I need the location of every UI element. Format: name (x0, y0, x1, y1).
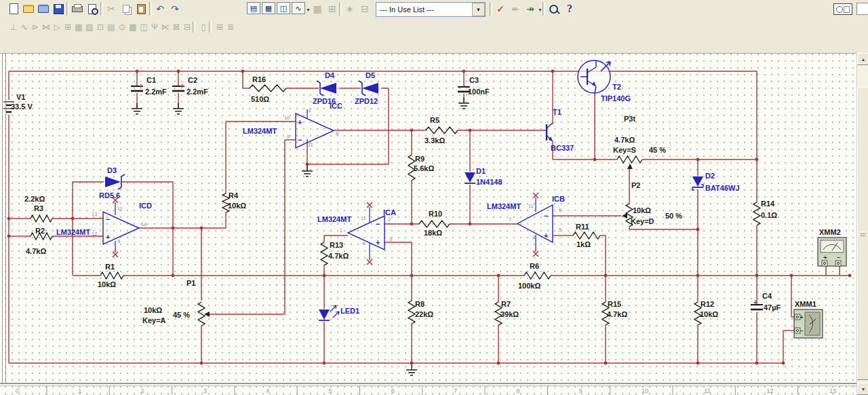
label-XMM1[interactable]: XMM1 (795, 300, 816, 308)
label-R1[interactable]: R1 (105, 263, 115, 271)
label-50[interactable]: 50 % (665, 212, 682, 220)
label-KeyD[interactable]: Key=D (631, 217, 654, 225)
label-TIP140G[interactable]: TIP140G (601, 94, 631, 102)
label-T1[interactable]: T1 (553, 108, 561, 116)
label-sign[interactable]: − (106, 215, 110, 223)
toggle-border-button-icon[interactable]: ◫ (277, 2, 290, 14)
label-R10[interactable]: R10 (429, 210, 442, 218)
label-3[interactable]: 3 (389, 236, 392, 242)
label-R2[interactable]: R2 (35, 227, 45, 235)
hierarchy-button-icon[interactable]: ⊞ (214, 22, 225, 33)
label-sign[interactable]: + (544, 231, 548, 240)
open-button-icon[interactable] (22, 2, 35, 16)
label-KeyA[interactable]: Key=A (142, 316, 166, 324)
label-LED1[interactable]: LED1 (340, 307, 359, 315)
label-47F[interactable]: 47µF (764, 303, 781, 312)
label-22mF[interactable]: 2.2mF (186, 88, 208, 96)
label-22k[interactable]: 2.2kΩ (24, 195, 45, 203)
instrument-blank-button-icon[interactable] (856, 2, 868, 16)
spreadsheet-view-button-icon[interactable]: ▦ (311, 2, 324, 16)
label-11[interactable]: 11 (308, 142, 313, 148)
label-ZPD12[interactable]: ZPD12 (355, 97, 378, 105)
label-LM324MT[interactable]: LM324MT (487, 202, 521, 210)
label-LM324MT[interactable]: LM324MT (56, 228, 90, 236)
label-47k[interactable]: 4.7kΩ (26, 247, 46, 255)
help-button-icon[interactable]: ? (563, 2, 576, 16)
label-D4[interactable]: D4 (325, 71, 335, 79)
label-6[interactable]: 6 (559, 207, 561, 213)
label-12[interactable]: 12 (92, 231, 97, 237)
grapher-button-icon[interactable]: ∿ (292, 2, 305, 14)
diode-components-button-icon[interactable]: ⊳ (30, 22, 41, 33)
toggle-grid-button-icon[interactable]: ▦ (262, 2, 275, 14)
label-sign[interactable]: + (139, 82, 143, 90)
label-RD56[interactable]: RD5.6 (99, 191, 120, 200)
mcu-button-icon[interactable]: ▯ (198, 22, 209, 33)
electromechanical-components-button-icon[interactable]: ⋉ (160, 22, 171, 33)
label-C3[interactable]: C3 (469, 76, 479, 84)
label-R3[interactable]: R3 (34, 204, 43, 212)
save-button-icon[interactable] (52, 2, 65, 16)
cmos-components-button-icon[interactable]: ▦ (73, 22, 84, 33)
label-18k[interactable]: 18kΩ (424, 229, 442, 237)
label-R16[interactable]: R16 (252, 75, 266, 83)
label-C2[interactable]: C2 (188, 76, 197, 84)
label-10k[interactable]: 10kΩ (700, 310, 718, 318)
label-1k[interactable]: 1kΩ (576, 240, 591, 248)
instruments-button-icon[interactable] (833, 2, 853, 16)
label-sign[interactable]: + (376, 238, 380, 246)
label-D1[interactable]: D1 (476, 167, 486, 175)
connector-components-button-icon[interactable]: ⊟ (182, 22, 193, 33)
label-R9[interactable]: R9 (415, 155, 425, 163)
postprocessor-button-icon[interactable]: ⊞ (326, 2, 339, 16)
label-R12[interactable]: R12 (701, 300, 714, 308)
label-ICB[interactable]: ICB (552, 195, 565, 203)
label-10k[interactable]: 10kΩ (98, 280, 116, 288)
forward-annotate-button-icon[interactable]: ↠ (524, 2, 537, 16)
label-11[interactable]: 11 (528, 203, 534, 209)
label-ICD[interactable]: ICD (139, 202, 152, 210)
label-14[interactable]: 14 (141, 221, 146, 227)
indicator-components-button-icon[interactable]: ▤ (106, 22, 117, 33)
label-7[interactable]: 7 (509, 217, 511, 223)
label-R4[interactable]: R4 (229, 191, 239, 200)
dropdown-arrow-icon[interactable]: ▼ (538, 7, 542, 12)
basic-components-button-icon[interactable]: ∿ (19, 22, 30, 33)
label-ICA[interactable]: ICA (383, 208, 396, 217)
label-22k[interactable]: 22kΩ (415, 310, 433, 318)
label-R6[interactable]: R6 (530, 262, 539, 270)
label-39k[interactable]: 39kΩ (500, 310, 519, 318)
label-22mF[interactable]: 2.2mF (145, 88, 167, 96)
ttl-components-button-icon[interactable]: ⊞ (62, 22, 73, 33)
print-preview-button-icon[interactable] (85, 2, 99, 16)
label-4[interactable]: 4 (117, 238, 120, 244)
label-47k[interactable]: 4.7kΩ (328, 252, 349, 260)
undo-button-icon[interactable]: ↶ (153, 2, 167, 16)
label-45[interactable]: 45 % (649, 146, 666, 154)
label-P1[interactable]: P1 (186, 279, 195, 287)
database-manager-button-icon[interactable]: ⊟ (358, 2, 372, 16)
analog-components-button-icon[interactable]: ▷ (52, 22, 62, 33)
label-D3[interactable]: D3 (107, 166, 117, 174)
label-D5[interactable]: D5 (366, 71, 375, 79)
label-01[interactable]: 0.1Ω (761, 211, 777, 219)
label-C4[interactable]: C4 (762, 292, 772, 300)
toggle-breadboard-button-icon[interactable]: ▤ (247, 2, 260, 14)
label-5[interactable]: 5 (559, 227, 561, 233)
cut-button-icon[interactable]: ✂ (104, 2, 118, 16)
scroll-down-button[interactable]: ▼ (857, 383, 868, 395)
label-10k[interactable]: 10kΩ (633, 206, 651, 214)
label-8[interactable]: 8 (336, 130, 338, 136)
label-sign[interactable]: − (544, 212, 548, 220)
transistor-components-button-icon[interactable]: ⋈ (41, 22, 52, 33)
new-button-icon[interactable] (7, 2, 20, 16)
label-4[interactable]: 4 (308, 108, 311, 114)
label-R11[interactable]: R11 (576, 223, 589, 231)
scrollbar-thumb[interactable] (857, 87, 868, 380)
misc-components-button-icon[interactable]: ▩ (127, 22, 138, 33)
label-sign[interactable]: + (106, 233, 110, 241)
label-R13[interactable]: R13 (330, 241, 343, 249)
redo-button-icon[interactable]: ↷ (168, 2, 182, 16)
label-P3t[interactable]: P3t (624, 115, 635, 123)
peripherals-components-button-icon[interactable]: ◫ (138, 22, 149, 33)
